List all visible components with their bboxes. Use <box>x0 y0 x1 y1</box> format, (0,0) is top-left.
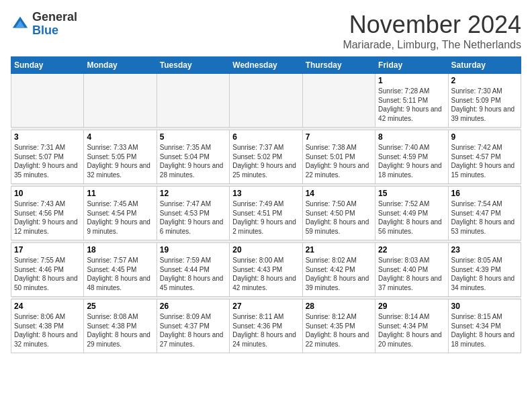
calendar-cell: 23Sunrise: 8:05 AM Sunset: 4:39 PM Dayli… <box>448 243 521 297</box>
day-info: Sunrise: 7:57 AM Sunset: 4:45 PM Dayligh… <box>87 256 153 292</box>
header-sunday: Sunday <box>11 57 84 74</box>
day-info: Sunrise: 7:40 AM Sunset: 4:59 PM Dayligh… <box>378 143 445 179</box>
calendar-week-row: 10Sunrise: 7:43 AM Sunset: 4:56 PM Dayli… <box>11 187 521 240</box>
calendar-cell: 13Sunrise: 7:49 AM Sunset: 4:51 PM Dayli… <box>230 187 302 240</box>
day-number: 20 <box>232 245 299 255</box>
day-number: 3 <box>14 132 81 142</box>
calendar-week-row: 17Sunrise: 7:55 AM Sunset: 4:46 PM Dayli… <box>11 243 521 297</box>
day-info: Sunrise: 7:52 AM Sunset: 4:49 PM Dayligh… <box>378 199 445 236</box>
calendar-cell: 24Sunrise: 8:06 AM Sunset: 4:38 PM Dayli… <box>11 300 84 353</box>
header-thursday: Thursday <box>302 57 375 74</box>
calendar-cell: 28Sunrise: 8:12 AM Sunset: 4:35 PM Dayli… <box>302 300 375 353</box>
calendar-cell <box>11 74 84 128</box>
day-info: Sunrise: 8:05 AM Sunset: 4:39 PM Dayligh… <box>451 256 518 292</box>
day-info: Sunrise: 7:28 AM Sunset: 5:11 PM Dayligh… <box>378 87 445 123</box>
day-info: Sunrise: 8:09 AM Sunset: 4:37 PM Dayligh… <box>160 312 226 349</box>
day-info: Sunrise: 8:08 AM Sunset: 4:38 PM Dayligh… <box>87 312 153 349</box>
calendar-cell: 30Sunrise: 8:15 AM Sunset: 4:34 PM Dayli… <box>448 300 521 353</box>
day-info: Sunrise: 8:06 AM Sunset: 4:38 PM Dayligh… <box>14 312 81 349</box>
calendar-week-row: 3Sunrise: 7:31 AM Sunset: 5:07 PM Daylig… <box>11 130 521 184</box>
logo-icon <box>11 15 30 34</box>
day-number: 22 <box>378 245 445 255</box>
calendar-cell: 14Sunrise: 7:50 AM Sunset: 4:50 PM Dayli… <box>302 187 375 240</box>
calendar-cell: 25Sunrise: 8:08 AM Sunset: 4:38 PM Dayli… <box>84 300 157 353</box>
day-number: 29 <box>378 302 445 311</box>
day-info: Sunrise: 7:42 AM Sunset: 4:57 PM Dayligh… <box>451 143 518 179</box>
calendar-cell <box>302 74 375 128</box>
calendar-cell: 16Sunrise: 7:54 AM Sunset: 4:47 PM Dayli… <box>448 187 521 240</box>
calendar-cell: 29Sunrise: 8:14 AM Sunset: 4:34 PM Dayli… <box>375 300 448 353</box>
day-info: Sunrise: 7:31 AM Sunset: 5:07 PM Dayligh… <box>14 143 81 179</box>
logo-blue-label: Blue <box>32 24 77 38</box>
day-number: 28 <box>306 302 372 311</box>
calendar-cell: 11Sunrise: 7:45 AM Sunset: 4:54 PM Dayli… <box>84 187 157 240</box>
day-number: 14 <box>306 189 372 198</box>
day-number: 17 <box>14 245 81 255</box>
calendar-cell: 22Sunrise: 8:03 AM Sunset: 4:40 PM Dayli… <box>375 243 448 297</box>
calendar-cell: 2Sunrise: 7:30 AM Sunset: 5:09 PM Daylig… <box>448 74 521 128</box>
day-number: 6 <box>232 132 299 142</box>
day-info: Sunrise: 7:54 AM Sunset: 4:47 PM Dayligh… <box>451 199 518 236</box>
day-info: Sunrise: 8:11 AM Sunset: 4:36 PM Dayligh… <box>232 312 299 349</box>
logo-text: General Blue <box>32 11 77 38</box>
day-number: 25 <box>87 302 153 311</box>
calendar-cell <box>230 74 302 128</box>
day-info: Sunrise: 8:03 AM Sunset: 4:40 PM Dayligh… <box>378 256 445 292</box>
calendar-cell: 15Sunrise: 7:52 AM Sunset: 4:49 PM Dayli… <box>375 187 448 240</box>
logo: General Blue <box>11 11 77 38</box>
day-info: Sunrise: 7:38 AM Sunset: 5:01 PM Dayligh… <box>306 143 372 179</box>
header-monday: Monday <box>84 57 157 74</box>
calendar-cell: 26Sunrise: 8:09 AM Sunset: 4:37 PM Dayli… <box>157 300 229 353</box>
day-info: Sunrise: 7:43 AM Sunset: 4:56 PM Dayligh… <box>14 199 81 236</box>
calendar-cell: 4Sunrise: 7:33 AM Sunset: 5:05 PM Daylig… <box>84 130 157 184</box>
day-number: 1 <box>378 76 445 85</box>
day-info: Sunrise: 7:45 AM Sunset: 4:54 PM Dayligh… <box>87 199 153 236</box>
calendar-cell: 17Sunrise: 7:55 AM Sunset: 4:46 PM Dayli… <box>11 243 84 297</box>
calendar-cell: 7Sunrise: 7:38 AM Sunset: 5:01 PM Daylig… <box>302 130 375 184</box>
day-info: Sunrise: 8:15 AM Sunset: 4:34 PM Dayligh… <box>451 312 518 349</box>
header-tuesday: Tuesday <box>157 57 229 74</box>
day-number: 11 <box>87 189 153 198</box>
day-number: 18 <box>87 245 153 255</box>
calendar-cell: 8Sunrise: 7:40 AM Sunset: 4:59 PM Daylig… <box>375 130 448 184</box>
calendar-cell: 12Sunrise: 7:47 AM Sunset: 4:53 PM Dayli… <box>157 187 229 240</box>
calendar-cell: 19Sunrise: 7:59 AM Sunset: 4:44 PM Dayli… <box>157 243 229 297</box>
day-number: 19 <box>160 245 226 255</box>
day-info: Sunrise: 8:14 AM Sunset: 4:34 PM Dayligh… <box>378 312 445 349</box>
day-info: Sunrise: 7:33 AM Sunset: 5:05 PM Dayligh… <box>87 143 153 179</box>
header: General Blue November 2024 Mariarade, Li… <box>11 11 521 51</box>
day-info: Sunrise: 7:30 AM Sunset: 5:09 PM Dayligh… <box>451 87 518 123</box>
calendar-week-row: 1Sunrise: 7:28 AM Sunset: 5:11 PM Daylig… <box>11 74 521 128</box>
day-number: 21 <box>306 245 372 255</box>
day-number: 15 <box>378 189 445 198</box>
calendar-cell: 6Sunrise: 7:37 AM Sunset: 5:02 PM Daylig… <box>230 130 302 184</box>
day-number: 9 <box>451 132 518 142</box>
calendar-cell <box>157 74 229 128</box>
day-info: Sunrise: 7:55 AM Sunset: 4:46 PM Dayligh… <box>14 256 81 292</box>
day-info: Sunrise: 8:02 AM Sunset: 4:42 PM Dayligh… <box>306 256 372 292</box>
calendar-cell: 27Sunrise: 8:11 AM Sunset: 4:36 PM Dayli… <box>230 300 302 353</box>
day-number: 13 <box>232 189 299 198</box>
day-number: 24 <box>14 302 81 311</box>
day-number: 8 <box>378 132 445 142</box>
calendar-cell: 9Sunrise: 7:42 AM Sunset: 4:57 PM Daylig… <box>448 130 521 184</box>
calendar-table: Sunday Monday Tuesday Wednesday Thursday… <box>11 56 521 353</box>
day-number: 26 <box>160 302 226 311</box>
day-number: 5 <box>160 132 226 142</box>
day-number: 23 <box>451 245 518 255</box>
header-saturday: Saturday <box>448 57 521 74</box>
day-info: Sunrise: 7:59 AM Sunset: 4:44 PM Dayligh… <box>160 256 226 292</box>
calendar-cell: 1Sunrise: 7:28 AM Sunset: 5:11 PM Daylig… <box>375 74 448 128</box>
day-number: 4 <box>87 132 153 142</box>
calendar-cell: 18Sunrise: 7:57 AM Sunset: 4:45 PM Dayli… <box>84 243 157 297</box>
day-number: 30 <box>451 302 518 311</box>
header-wednesday: Wednesday <box>230 57 302 74</box>
day-info: Sunrise: 7:35 AM Sunset: 5:04 PM Dayligh… <box>160 143 226 179</box>
day-info: Sunrise: 7:50 AM Sunset: 4:50 PM Dayligh… <box>306 199 372 236</box>
day-info: Sunrise: 7:37 AM Sunset: 5:02 PM Dayligh… <box>232 143 299 179</box>
page: General Blue November 2024 Mariarade, Li… <box>0 0 532 360</box>
calendar-cell <box>84 74 157 128</box>
calendar-week-row: 24Sunrise: 8:06 AM Sunset: 4:38 PM Dayli… <box>11 300 521 353</box>
calendar-cell: 21Sunrise: 8:02 AM Sunset: 4:42 PM Dayli… <box>302 243 375 297</box>
day-info: Sunrise: 7:47 AM Sunset: 4:53 PM Dayligh… <box>160 199 226 236</box>
